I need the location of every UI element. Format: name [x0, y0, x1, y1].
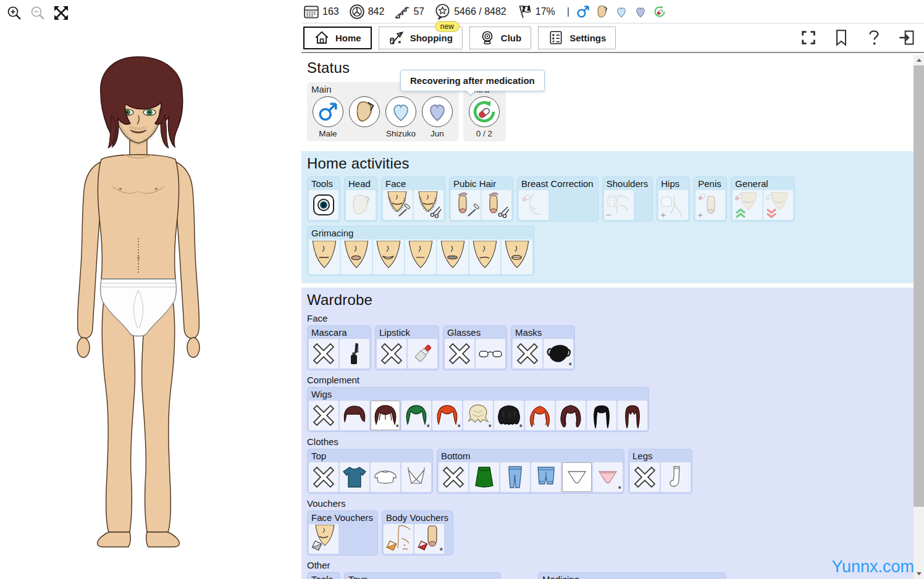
male-symbol-button[interactable] [313, 96, 343, 127]
scroll-down-button[interactable] [914, 569, 924, 579]
face-voucher-item[interactable] [309, 524, 338, 554]
camera-tool-item[interactable] [309, 190, 338, 220]
breast-pill-item-disabled[interactable] [519, 190, 548, 220]
group-label: Face [382, 177, 445, 190]
group-label: Mascara [308, 326, 371, 339]
wig-curly-black-item[interactable]: * [494, 401, 524, 430]
beard-razor-item[interactable] [383, 190, 413, 220]
fit-screen-button[interactable] [52, 4, 70, 22]
jeans-blue-item[interactable] [500, 462, 530, 492]
bra-white-item[interactable] [401, 462, 431, 492]
days-value: 163 [322, 6, 339, 17]
pubic-razor-item[interactable] [451, 190, 481, 220]
shoulders-cream-item-disabled[interactable]: − 1 [604, 190, 634, 220]
jun-label: Jun [430, 129, 444, 138]
bottom-none-item[interactable] [439, 462, 468, 492]
wig-short-maroon-item[interactable] [340, 401, 369, 430]
jun-heart-button[interactable] [422, 96, 453, 127]
wardrobe-group-other-tools: Tools [307, 572, 340, 579]
wig-long-wavy-brown-item[interactable] [556, 401, 586, 430]
wig-shaggy-maroon-item[interactable]: * [371, 401, 400, 430]
panties-white-item[interactable] [562, 462, 592, 492]
header-actions [799, 28, 924, 47]
heart-shizuko-icon[interactable] [614, 4, 629, 19]
grimace-item-6[interactable] [469, 240, 500, 274]
penis-pill-item-disabled[interactable]: + [695, 190, 725, 220]
tooltip: Recovering after medication [400, 70, 545, 91]
hips-cream-item-disabled[interactable]: + [658, 190, 688, 220]
scroll-up-button[interactable] [914, 55, 924, 65]
lipstick-item[interactable] [408, 339, 437, 369]
top-none-item[interactable] [309, 462, 338, 492]
grimace-item-4[interactable] [405, 240, 436, 274]
medication-recovery-mini-icon[interactable] [652, 4, 667, 19]
general-pill-down-item-disabled[interactable] [763, 190, 793, 220]
exit-button[interactable] [897, 28, 916, 47]
grimace-item-2[interactable] [341, 240, 372, 274]
denim-shorts-icon [532, 464, 560, 491]
bookmark-button[interactable] [832, 28, 850, 47]
medication-recovery-icon [471, 99, 497, 125]
status-title: Status [307, 59, 909, 77]
wig-long-maroon-bangs-item[interactable] [618, 401, 647, 430]
face-status-icon[interactable] [595, 4, 610, 19]
mask-none-item[interactable] [513, 339, 542, 369]
grimace-item-7[interactable] [502, 240, 532, 274]
tshirt-teal-item[interactable] [340, 462, 369, 492]
lipstick-none-item[interactable] [377, 339, 406, 369]
face-status-button[interactable] [349, 96, 380, 127]
heart-lavender-icon [426, 100, 449, 123]
legs-none-item[interactable] [630, 462, 660, 492]
head-shave-item-disabled[interactable] [346, 190, 376, 220]
tab-shopping[interactable]: new Shopping [379, 27, 463, 49]
page-content: Status Recovering after medication Main [301, 55, 914, 579]
up-chevrons-icon [734, 208, 747, 219]
grimace-item-5[interactable] [437, 240, 468, 274]
tab-settings[interactable]: Settings [538, 27, 616, 49]
tab-home[interactable]: Home [303, 27, 372, 49]
zoom-in-icon [6, 5, 22, 21]
tab-club[interactable]: Club [469, 27, 531, 49]
wardrobe-title: Wardrobe [307, 291, 909, 309]
wig-shaggy-blonde-icon [464, 402, 492, 429]
beard-scissors-item[interactable] [414, 190, 443, 220]
grimace-item-1[interactable] [309, 240, 340, 274]
plus-marker: + [697, 209, 703, 220]
fullscreen-button[interactable] [799, 28, 818, 47]
mascara-none-item[interactable] [309, 339, 338, 369]
skirt-green-item[interactable] [469, 462, 499, 492]
zoom-in-button[interactable] [5, 4, 23, 22]
male-status-icon[interactable] [576, 4, 590, 19]
crop-top-white-item[interactable] [371, 462, 400, 492]
wig-bob-orange-item[interactable]: * [432, 401, 462, 430]
panties-pink-item[interactable]: * [593, 462, 623, 492]
mouth-open-icon [342, 241, 371, 273]
body-voucher-item[interactable] [384, 524, 413, 554]
status-section: Status Recovering after medication Main [301, 55, 914, 149]
wig-shaggy-blonde-item[interactable]: * [463, 401, 493, 430]
heart-jun-icon[interactable] [633, 4, 648, 19]
glasses-none-item[interactable] [445, 339, 474, 369]
help-button[interactable] [865, 28, 883, 47]
shorts-denim-item[interactable] [531, 462, 561, 492]
penis-voucher-item[interactable]: * [414, 524, 444, 554]
mascara-item[interactable] [340, 339, 369, 369]
shizuko-heart-button[interactable] [385, 96, 416, 127]
general-pill-up-item-disabled[interactable] [733, 190, 762, 220]
zoom-out-icon [30, 5, 46, 21]
grimace-item-3[interactable] [373, 240, 404, 274]
top-stats-bar: 163 842 57 [301, 0, 924, 23]
glasses-item[interactable] [476, 339, 505, 369]
vertical-scrollbar[interactable] [914, 55, 924, 579]
sock-white-item[interactable] [661, 462, 691, 492]
zoom-out-button[interactable] [28, 4, 47, 22]
wig-long-straight-black-item[interactable] [587, 401, 616, 430]
wig-long-orange-item[interactable] [525, 401, 555, 430]
face-icon [352, 99, 377, 124]
scrollbar-thumb[interactable] [914, 65, 924, 507]
black-mask-item[interactable]: * [544, 339, 573, 369]
pubic-scissors-item[interactable] [482, 190, 511, 220]
wig-bob-green-item[interactable]: * [401, 401, 431, 430]
medication-recovery-button[interactable] [469, 96, 500, 127]
wig-none-item[interactable] [309, 401, 338, 430]
